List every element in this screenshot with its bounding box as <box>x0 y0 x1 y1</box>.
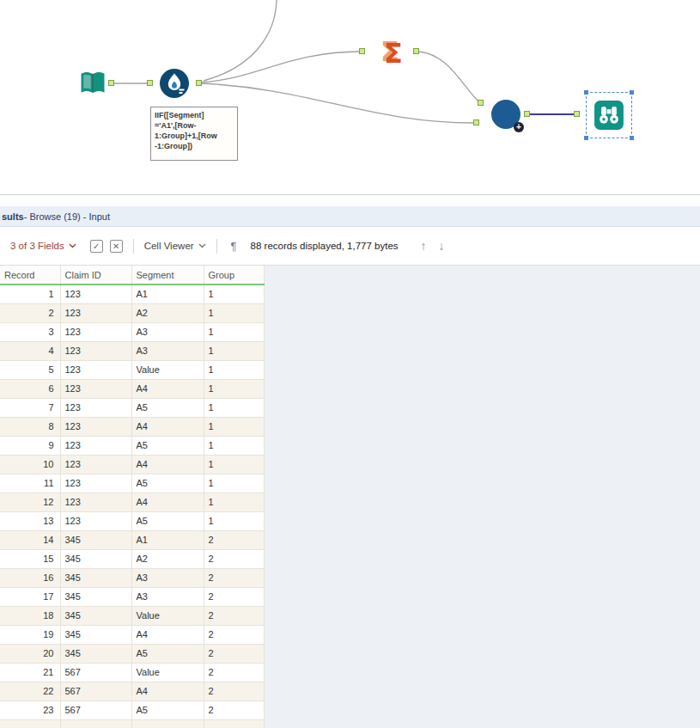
data-cell[interactable]: Value <box>131 606 204 625</box>
record-cell[interactable]: 4 <box>0 341 60 360</box>
data-cell[interactable]: 2 <box>204 625 264 644</box>
clear-selection-icon[interactable]: ✕ <box>110 240 123 253</box>
data-cell[interactable]: 2 <box>204 587 264 606</box>
data-cell[interactable]: 123 <box>60 303 131 322</box>
data-cell[interactable]: 123 <box>60 360 131 379</box>
record-cell[interactable]: 12 <box>0 492 60 511</box>
table-row[interactable]: 19345A42 <box>0 625 264 644</box>
record-cell[interactable]: 2 <box>0 303 60 322</box>
table-row[interactable]: 6123A41 <box>0 379 264 398</box>
fields-dropdown[interactable]: 3 of 3 Fields <box>10 241 76 251</box>
data-cell[interactable]: 345 <box>60 606 131 625</box>
selection-handle[interactable] <box>584 90 588 95</box>
data-cell[interactable]: 1 <box>204 511 264 530</box>
table-row[interactable]: 1123A11 <box>0 284 264 303</box>
data-cell[interactable]: A4 <box>131 379 204 398</box>
data-cell[interactable]: A3 <box>131 587 204 606</box>
data-cell[interactable]: 1 <box>204 322 264 341</box>
record-cell[interactable]: 13 <box>0 511 60 530</box>
record-cell[interactable]: 10 <box>0 455 60 474</box>
data-cell[interactable]: 1 <box>204 341 264 360</box>
output-anchor[interactable] <box>196 80 202 86</box>
data-cell[interactable]: A5 <box>131 398 204 417</box>
whitespace-toggle-icon[interactable]: ¶ <box>231 240 237 253</box>
data-cell[interactable]: A5 <box>131 700 204 719</box>
data-cell[interactable]: 2 <box>204 568 264 587</box>
input-anchor[interactable] <box>478 100 484 106</box>
column-header[interactable]: Record <box>0 266 60 284</box>
record-cell[interactable]: 20 <box>0 644 60 663</box>
table-row[interactable]: 9123A51 <box>0 436 264 455</box>
data-cell[interactable]: 1 <box>204 398 264 417</box>
tool-summarize[interactable]: Σ Σ <box>375 34 410 69</box>
data-cell[interactable]: A5 <box>131 511 204 530</box>
selection-handle[interactable] <box>630 90 634 95</box>
data-cell[interactable]: 2 <box>204 644 264 663</box>
tool-input-data[interactable] <box>77 68 108 99</box>
data-cell[interactable]: 567 <box>60 700 131 719</box>
tool-union[interactable]: + <box>490 99 521 130</box>
selection-handle[interactable] <box>584 136 588 140</box>
data-cell[interactable]: Value <box>131 360 204 379</box>
record-cell[interactable]: 7 <box>0 398 60 417</box>
record-cell[interactable]: 1 <box>0 284 60 303</box>
data-cell[interactable]: 1 <box>204 455 264 474</box>
record-cell[interactable]: 5 <box>0 360 60 379</box>
data-cell[interactable]: 2 <box>204 663 264 682</box>
record-cell[interactable]: 3 <box>0 322 60 341</box>
record-cell[interactable]: 15 <box>0 549 60 568</box>
wire[interactable] <box>199 52 361 83</box>
data-cell[interactable]: A3 <box>131 341 204 360</box>
data-cell[interactable]: 123 <box>60 341 131 360</box>
data-cell[interactable]: 123 <box>60 511 131 530</box>
data-cell[interactable]: 1 <box>204 360 264 379</box>
record-cell[interactable]: 21 <box>0 663 60 682</box>
wire[interactable] <box>199 83 474 123</box>
record-cell[interactable]: 14 <box>0 530 60 549</box>
table-row[interactable]: 18345Value2 <box>0 606 264 625</box>
data-cell[interactable]: 345 <box>60 568 131 587</box>
table-row[interactable]: 5123Value1 <box>0 360 264 379</box>
table-row[interactable]: 8123A41 <box>0 417 264 436</box>
data-cell[interactable]: 567 <box>60 682 131 700</box>
data-cell[interactable]: 345 <box>60 625 131 644</box>
data-cell[interactable]: A2 <box>131 303 204 322</box>
table-row[interactable]: 15345A22 <box>0 549 264 568</box>
data-cell[interactable]: 123 <box>60 474 131 492</box>
record-cell[interactable]: 16 <box>0 568 60 587</box>
data-cell[interactable]: A5 <box>131 436 204 455</box>
data-cell[interactable]: 123 <box>60 417 131 436</box>
data-cell[interactable]: 2 <box>204 530 264 549</box>
data-cell[interactable]: 2 <box>204 549 264 568</box>
data-cell[interactable]: 123 <box>60 284 131 303</box>
record-cell[interactable]: 23 <box>0 700 60 719</box>
input-anchor[interactable] <box>147 80 153 86</box>
scroll-up-icon[interactable]: ↑ <box>421 239 427 253</box>
data-cell[interactable]: A2 <box>131 549 204 568</box>
record-cell[interactable]: 17 <box>0 587 60 606</box>
data-cell[interactable]: 2 <box>204 606 264 625</box>
workflow-canvas[interactable]: IIF([Segment] ='A1',[Row- 1:Group]+1,[Ro… <box>0 0 700 195</box>
record-cell[interactable]: 18 <box>0 606 60 625</box>
data-cell[interactable]: 2 <box>204 700 264 719</box>
table-row[interactable]: 16345A32 <box>0 568 264 587</box>
table-row[interactable]: 14345A12 <box>0 530 264 549</box>
table-row[interactable]: 10123A41 <box>0 455 264 474</box>
data-cell[interactable]: A4 <box>131 492 204 511</box>
data-cell[interactable]: A3 <box>131 322 204 341</box>
data-cell[interactable]: 123 <box>60 492 131 511</box>
table-row[interactable]: 17345A32 <box>0 587 264 606</box>
data-cell[interactable]: A5 <box>131 644 204 663</box>
results-table-area[interactable]: RecordClaim IDSegmentGroup 1123A112123A2… <box>0 266 700 728</box>
data-cell[interactable]: 1 <box>204 284 264 303</box>
data-cell[interactable]: A5 <box>131 474 204 492</box>
column-header[interactable]: Segment <box>131 266 204 284</box>
tool-multi-row-formula[interactable] <box>159 68 190 99</box>
output-anchor[interactable] <box>413 48 419 54</box>
table-row[interactable]: 21567Value2 <box>0 663 264 682</box>
selection-handle[interactable] <box>630 136 634 140</box>
output-anchor[interactable] <box>108 80 114 86</box>
tool-annotation[interactable]: IIF([Segment] ='A1',[Row- 1:Group]+1,[Ro… <box>150 107 238 161</box>
data-cell[interactable]: A4 <box>131 417 204 436</box>
data-cell[interactable]: 1 <box>204 303 264 322</box>
